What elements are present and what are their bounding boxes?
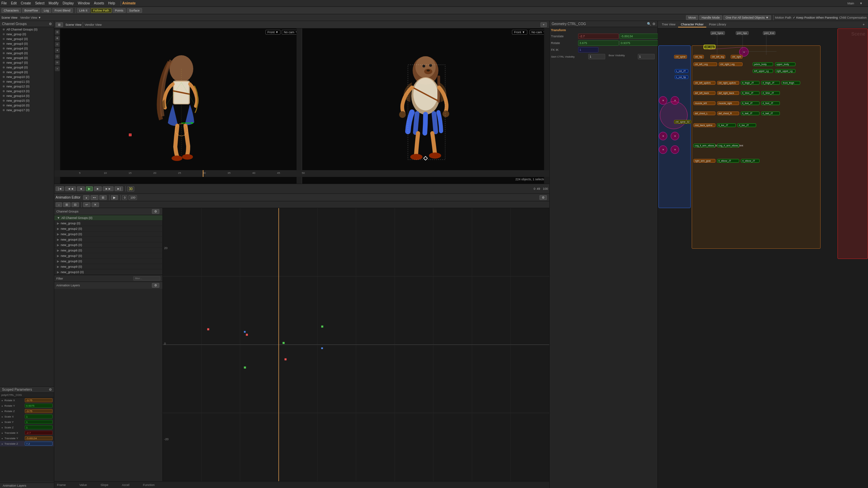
channel-groups-settings[interactable]: ⚙ [49,22,52,26]
node-lt-foot[interactable]: lt_foot_JT [741,101,760,105]
vendor-view-tab[interactable]: Vendor View ▼ [20,16,41,19]
anim-play-btn[interactable]: ▶ [111,195,118,200]
node-lt-ball[interactable]: lt_ball_JT [741,111,760,115]
channel-group-4[interactable]: new_group4 (0) [0,46,54,51]
node-muscle-right[interactable]: muscle_right [717,101,739,105]
node-g-rt-thigh[interactable]: rt_thigh_JT [761,81,780,85]
move-btn[interactable]: Move [686,15,698,20]
vicon-1[interactable]: ☰ [55,30,60,35]
tab-tree-view[interactable]: Tree View [659,22,678,27]
vicon-4[interactable]: ✦ [55,48,60,53]
skip-end-btn[interactable]: ►| [115,186,123,191]
anim-ch-8[interactable]: ▶ new_group8 (0) [54,259,162,264]
vicon-6[interactable]: ⟳ [55,60,60,65]
node-right-arm-goal[interactable]: right_arm_goal [693,159,715,163]
anim-ch-10[interactable]: ▶ new_group10 (0) [54,269,162,275]
filter-input[interactable] [133,276,160,281]
channel-group-12[interactable]: new_group12 (0) [0,84,54,89]
node-mid-back[interactable]: mid_back_spline [693,123,715,127]
param-val-7[interactable]: -5.89134 [25,436,53,440]
node-ik-ankle-r[interactable]: ✕ [671,145,679,154]
one-for-all-btn[interactable]: One For All Selected Objects ▼ [723,15,771,20]
anim-snap-btn[interactable]: ⊞ [99,195,107,200]
channel-settings-btn[interactable]: ⚙ [152,209,159,214]
channel-group-16[interactable]: new_group16 (0) [0,103,54,108]
ae-paste-btn[interactable]: ⊟ [72,202,79,207]
anim-ch-2[interactable]: ▶ new_group2 (0) [54,226,162,231]
surface-btn[interactable]: Surface [127,8,142,13]
translate-x-input[interactable]: -2.7 [578,34,619,39]
node-joint-hips[interactable]: joint_hips [736,31,749,35]
vicon-7[interactable]: ⌖ [55,66,60,71]
node-g-front-thigh[interactable]: front_thigh [782,81,800,85]
viewport-right[interactable]: Front ▼ No cam ▼ 104fps 224 objects, 1 s… [302,28,550,184]
right-view-btn[interactable]: Front ▼ [512,30,527,35]
anim-ch-4[interactable]: ▶ new_group4 (0) [54,237,162,242]
prev-key-btn[interactable]: ◄◄ [65,186,76,191]
node-green-right-up[interactable]: right_upper_Lg [775,69,795,73]
node-ctrl-right-leg2[interactable]: ctrl_right_Leg [719,62,743,66]
channel-group-9[interactable]: new_group9 (0) [0,70,54,75]
menu-assets[interactable]: Assets [94,1,104,5]
anim-ch-1[interactable]: ▶ new_group (0) [54,221,162,226]
node-def-chest-r[interactable]: def_chest_R [717,111,739,115]
node-graph-content[interactable]: Scene joint_Spine joint_hips joint_End ✕… [658,28,868,488]
characters-btn[interactable]: Characters [1,8,21,13]
node-selected-yellow[interactable]: ctrl_cog [704,45,715,49]
prop-icon-search[interactable]: 🔍 [647,22,651,26]
rotate-y-input[interactable]: 0.9375 [619,40,660,46]
channel-group-14[interactable]: new_group14 (0) [0,94,54,98]
mode-arrow[interactable]: ▼ [860,2,863,5]
node-ik-ankle-l[interactable]: ✕ [659,145,667,154]
tab-pose-library[interactable]: Pose Library [706,22,729,27]
channel-group-2[interactable]: new_group2 (0) [0,37,54,41]
param-val-8[interactable]: 7.2 [25,442,53,446]
points-btn[interactable]: Points [113,8,126,13]
anim-start-val[interactable]: 0 [122,195,127,200]
node-green-upper[interactable]: upper_body [775,62,795,66]
node-muscle-left[interactable]: muscle_left [693,101,715,105]
anim-end-val[interactable]: 100 [129,195,137,200]
channel-group-1[interactable]: new_group (0) [0,32,54,37]
bear-vis-input[interactable]: 1 [638,54,655,59]
node-ik-rt-knee[interactable]: ✕ [671,132,679,140]
ae-copy-btn[interactable]: ⊞ [63,202,71,207]
menu-select[interactable]: Select [35,1,44,5]
viewport-left[interactable]: ☰ ⊕ ⊙ ✦ ⊡ ⟳ ⌖ [54,28,302,184]
anim-graph[interactable]: 20 0 -20 [163,208,549,481]
boneflow-btn[interactable]: BoneFlow [22,8,40,13]
channel-group-10[interactable]: new_group10 (0) [0,75,54,79]
node-rt-elbow[interactable]: rt_elbow_JT [741,159,760,163]
channel-group-all[interactable]: All Channel Groups (0) [0,27,54,32]
frontblend-btn[interactable]: Front Blend [52,8,73,13]
anim-tangent-btn[interactable]: ⊷ [91,195,98,200]
node-ctrl-left-leg2[interactable]: ctrl_left_Leg [693,62,717,66]
node-g-lt-thigh[interactable]: lt_thigh_JT [741,81,760,85]
channel-group-7[interactable]: new_group7 (0) [0,60,54,65]
fk-ik-input[interactable]: 1 [578,47,598,53]
scene-view-tab[interactable]: Scene View [1,16,17,19]
node-lt-toe[interactable]: lt_toe_JT [717,123,736,127]
tab-character-picker[interactable]: Character Picker [678,22,706,27]
channel-group-5[interactable]: new_group5 (0) [0,51,54,56]
node-joint-end[interactable]: joint_End [763,31,775,35]
anim-ch-6[interactable]: ▶ new_group6 (0) [54,248,162,253]
channel-group-8[interactable]: new_group8 (0) [0,65,54,70]
viewport-add-btn[interactable]: + [540,22,547,27]
rotate-x-input[interactable]: 3.675 [578,40,619,46]
node-cog-left[interactable]: cog_lt_arm_elbow_hint [693,144,715,147]
next-frame-btn[interactable]: ► [94,186,102,191]
param-val-5[interactable]: 1 [25,425,53,429]
linkit-btn[interactable]: Link It [77,8,90,13]
node-blue-2[interactable]: L_col_Sp [675,75,688,79]
node-ctrl-left-leg[interactable]: ctrl_left_leg [710,55,725,59]
anim-ch-all[interactable]: ▼ All Channel Groups (0) [54,215,162,221]
node-def-left-back[interactable]: def_left_back [693,91,715,95]
channel-group-15[interactable]: new_group15 (0) [0,98,54,103]
prop-icon-settings[interactable]: ⚙ [652,22,655,26]
param-val-0[interactable]: -3.75 [25,398,53,402]
anim-layers-settings[interactable]: ⚙ [152,283,159,288]
left-view-btn[interactable]: Front ▼ [265,30,280,35]
anim-settings-btn[interactable]: ⚙ [539,195,547,200]
ng-add-btn[interactable]: + [863,23,865,26]
